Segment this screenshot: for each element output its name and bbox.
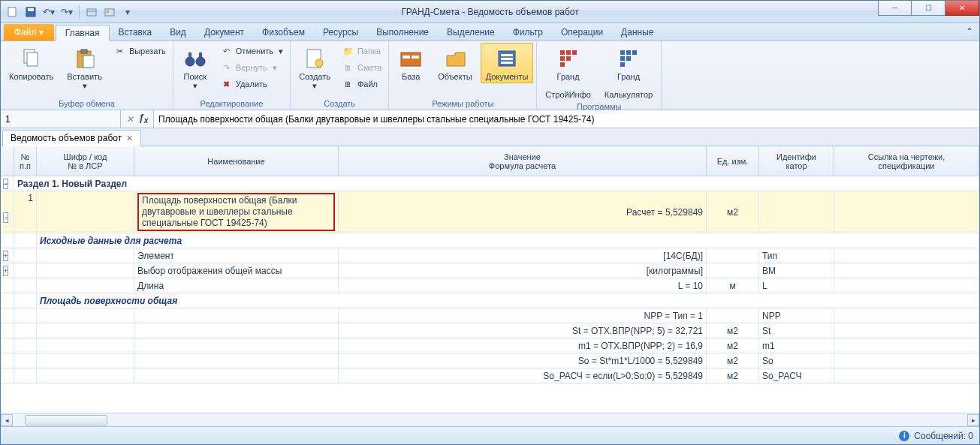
formula-bar: 1 ✕ ƒx Площадь поверхности общая (Балки … [1,110,979,128]
formula-input[interactable]: Площадь поверхности общая (Балки двутавр… [154,110,979,128]
minimize-button[interactable]: ─ [878,1,912,16]
tab-phys[interactable]: Физобъем [253,24,314,41]
svg-rect-22 [501,54,513,56]
delete-icon: ✖ [221,78,233,90]
svg-point-17 [315,59,323,67]
ribbon-collapse-icon[interactable]: ⌃ [966,26,973,37]
tab-insert[interactable]: Вставка [110,24,161,41]
redo-button[interactable]: ↷Вернуть ▾ [217,59,287,76]
svg-rect-20 [412,56,419,59]
base-button[interactable]: База [392,43,430,83]
group-modes-label: Режимы работы [392,98,533,109]
undo-button[interactable]: ↶Отменить ▾ [217,43,287,59]
copy-button[interactable]: Копировать [4,43,59,83]
col-value[interactable]: Значение Формула расчета [339,146,707,176]
paste-icon [73,47,97,71]
status-messages[interactable]: Сообщений: 0 [914,431,973,441]
search-button[interactable]: Поиск ▾ [176,43,214,93]
prog-calc-button[interactable]: ГрандКалькулятор [599,43,658,101]
selected-cell[interactable]: Площадь поверхности общая (Балки двутавр… [137,193,335,231]
expand-icon[interactable]: + [3,266,8,276]
cut-button[interactable]: ✂ Вырезать [110,43,170,59]
file-tab[interactable]: Файл ▾ [4,24,54,41]
table-row[interactable]: NPP = Тип = 1 NPP [1,308,979,323]
horizontal-scrollbar[interactable]: ◂ ▸ [1,413,979,426]
svg-rect-18 [401,53,421,66]
base-icon [399,47,423,71]
qat-action1-icon[interactable] [84,5,99,20]
create-file-button[interactable]: 🗎Файл [339,76,385,92]
tab-data[interactable]: Данные [612,24,662,41]
tab-main[interactable]: Главная [56,25,110,41]
cell-address-input[interactable]: 1 [1,110,121,128]
subheader-row: Исходные данные для расчета [1,233,979,248]
svg-rect-19 [403,56,410,59]
col-num[interactable]: № п.п [14,146,37,176]
tab-selection[interactable]: Выделение [438,24,504,41]
section-row[interactable]: − Раздел 1. Новый Раздел [1,176,979,191]
subheader-row: Площадь поверхности общая [1,293,979,308]
delete-button[interactable]: ✖Удалить [217,76,287,92]
create-button[interactable]: Создать ▾ [294,43,336,93]
create-smeta-button[interactable]: 🗎Смета [339,59,385,76]
tab-filter[interactable]: Фильтр [504,24,552,41]
copy-icon [20,47,44,71]
expand-icon[interactable]: + [3,251,8,261]
qat-action2-icon[interactable] [102,5,117,20]
col-name[interactable]: Наименование [134,146,339,176]
svg-rect-11 [83,56,94,68]
file-icon: 🗎 [342,78,354,90]
qat-new-icon[interactable] [5,5,20,20]
tab-execution[interactable]: Выполнение [367,24,438,41]
maximize-button[interactable]: ☐ [912,1,945,16]
tab-view[interactable]: Вид [161,24,195,41]
svg-rect-0 [8,8,16,17]
table-row[interactable]: + Выбор отображения общей массы [килогра… [1,263,979,278]
svg-rect-14 [188,53,191,59]
qat-undo-icon[interactable]: ↶▾ [41,5,56,20]
qat-redo-icon[interactable]: ↷▾ [59,5,74,20]
tab-resources[interactable]: Ресурсы [314,24,367,41]
scroll-right-icon[interactable]: ▸ [967,414,979,426]
ribbon: Копировать Вставить ▾ ✂ Вырезать Буфер о… [1,41,979,110]
scroll-thumb[interactable] [25,415,107,425]
tab-operations[interactable]: Операции [552,24,612,41]
svg-rect-25 [560,50,565,55]
fx-label[interactable]: ✕ ƒx [121,110,154,128]
close-button[interactable]: ✕ [945,1,979,16]
table-row[interactable]: So = St*m1*L/1000 = 5,529849 м2 So [1,353,979,368]
tab-document[interactable]: Документ [195,24,253,41]
table-row[interactable]: − 1 Площадь поверхности общая (Балки дву… [1,191,979,233]
binoculars-icon [183,47,207,71]
collapse-icon[interactable]: − [3,179,8,189]
titlebar: ↶▾ ↷▾ ▾ ГРАНД-Смета - Ведомость объемов … [1,1,979,23]
prog-stroyinfo-button[interactable]: ГрандСтройИнфо [540,43,596,101]
table-row[interactable]: St = ОТХ.ВПР(NPP; 5) = 32,721 м2 St [1,323,979,338]
table-row[interactable]: + Элемент [14С(БД)] Тип [1,248,979,263]
scroll-left-icon[interactable]: ◂ [1,414,13,426]
svg-rect-8 [27,53,38,66]
ribbon-tabs: Файл ▾ Главная Вставка Вид Документ Физо… [1,23,979,41]
documents-icon [495,47,519,71]
table-row[interactable]: So_РАСЧ = если(L>0;So;0) = 5,529849 м2 S… [1,368,979,383]
objects-button[interactable]: Объекты [433,43,477,83]
table-row[interactable]: Длина L = 10 м L [1,278,979,293]
close-tab-icon[interactable]: ✕ [126,134,133,143]
svg-rect-23 [501,58,513,60]
collapse-icon[interactable]: − [3,212,8,223]
qat-more-icon[interactable]: ▾ [120,5,135,20]
col-unit[interactable]: Ед. изм. [707,146,759,176]
svg-rect-5 [105,9,114,16]
col-id[interactable]: Идентифи катор [759,146,834,176]
doc-tab[interactable]: Ведомость объемов работ ✕ [2,130,141,146]
info-icon[interactable]: i [899,431,909,441]
documents-button[interactable]: Документы [481,43,534,83]
table-row[interactable]: m1 = ОТХ.ВПР(NPP; 2) = 16,9 м2 m1 [1,338,979,353]
create-folder-button[interactable]: 📁Папка [339,43,385,59]
group-create-label: Создать [294,98,385,109]
qat-save-icon[interactable] [23,5,38,20]
svg-rect-32 [626,50,631,55]
col-ref[interactable]: Ссылка на чертежи, спецификации [834,146,979,176]
paste-button[interactable]: Вставить ▾ [62,43,107,93]
col-code[interactable]: Шифр / код № в ЛСР [37,146,134,176]
